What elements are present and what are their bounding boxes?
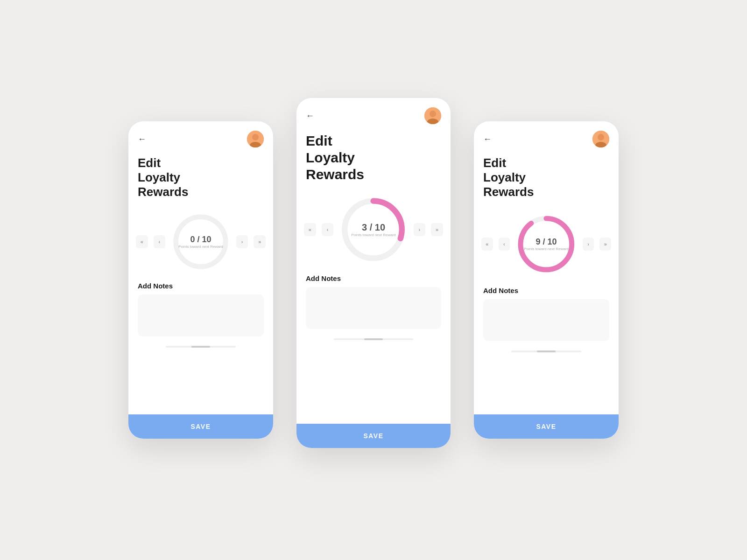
page-title-right: EditLoyaltyRewards [474,152,619,209]
counter-right: « ‹ 9 / 10 Points toward next Reward › » [474,209,619,287]
avatar-center [424,107,441,124]
phones-showcase: ← EditLoyaltyRewards « ‹ 0 / 10 P [93,70,654,490]
save-button-right[interactable]: SAVE [474,414,619,439]
back-button-left[interactable]: ← [138,134,146,144]
phone-center-header: ← [296,98,451,129]
phone-right-header: ← [474,121,619,152]
page-title-left: EditLoyaltyRewards [128,152,273,209]
svg-point-1 [252,134,259,140]
svg-point-6 [430,111,436,117]
phone-right: ← EditLoyaltyRewards « ‹ 9 / 10 P [474,121,619,439]
btn-next-left[interactable]: › [236,235,248,248]
circle-right: 9 / 10 Points toward next Reward [515,209,577,279]
notes-left: Add Notes [128,282,273,346]
btn-rewind-left[interactable]: « [136,235,148,248]
circle-value-right: 9 / 10 [524,237,569,247]
btn-forward-right[interactable]: » [599,238,611,251]
btn-forward-left[interactable]: » [254,235,266,248]
back-button-right[interactable]: ← [483,134,492,144]
circle-center: 3 / 10 Points toward next Reward [339,192,408,267]
notes-title-right: Add Notes [483,287,609,294]
btn-prev-left[interactable]: ‹ [154,235,166,248]
counter-center: « ‹ 3 / 10 Points toward next Reward › » [296,192,451,274]
circle-left: 0 / 10 Points toward next Reward [171,209,231,274]
scrollbar-left [166,346,236,348]
notes-right: Add Notes [474,287,619,350]
notes-center: Add Notes [296,274,451,338]
phone-left-header: ← [128,121,273,152]
save-button-left[interactable]: SAVE [128,414,273,439]
svg-point-11 [598,134,604,140]
notes-title-left: Add Notes [138,282,264,290]
counter-left: « ‹ 0 / 10 Points toward next Reward › » [128,209,273,282]
page-title-center: EditLoyaltyRewards [296,129,451,192]
avatar-right [592,131,609,147]
btn-prev-center[interactable]: ‹ [322,223,334,236]
btn-prev-right[interactable]: ‹ [499,238,510,251]
btn-next-center[interactable]: › [414,223,426,236]
btn-next-right[interactable]: › [583,238,594,251]
circle-label-center: Points toward next Reward [351,233,396,237]
circle-label-left: Points toward next Reward [178,245,223,249]
btn-rewind-right[interactable]: « [481,238,493,251]
save-button-center[interactable]: SAVE [296,424,451,448]
notes-title-center: Add Notes [306,274,441,282]
avatar-left [247,131,264,147]
notes-input-center[interactable] [306,287,441,329]
circle-value-center: 3 / 10 [351,222,396,233]
notes-input-left[interactable] [138,294,264,336]
scrollbar-center [334,338,413,340]
circle-label-right: Points toward next Reward [524,247,569,251]
btn-rewind-center[interactable]: « [304,223,316,236]
back-button-center[interactable]: ← [306,111,314,121]
scrollbar-right [511,350,581,352]
btn-forward-center[interactable]: » [431,223,443,236]
notes-input-right[interactable] [483,299,609,341]
phone-left: ← EditLoyaltyRewards « ‹ 0 / 10 P [128,121,273,439]
phone-center: ← EditLoyaltyRewards « ‹ 3 / 10 P [296,98,451,448]
circle-value-left: 0 / 10 [178,235,223,245]
